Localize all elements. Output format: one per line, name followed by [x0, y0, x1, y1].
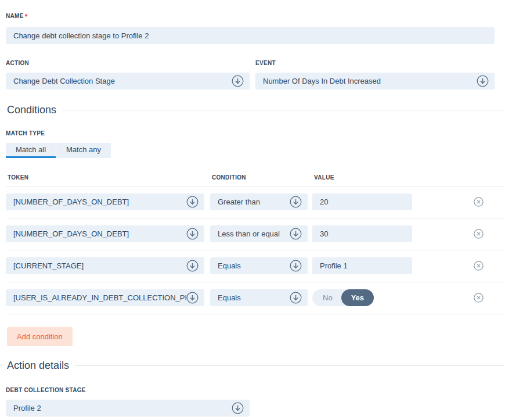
token-select-value: [CURRENT_STAGE] — [13, 261, 186, 270]
action-event-row: ACTION Change Debt Collection Stage EVEN… — [6, 60, 504, 89]
token-select[interactable]: [NUMBER_OF_DAYS_ON_DEBT] — [6, 225, 204, 242]
tab-match-all[interactable]: Match all — [6, 143, 56, 158]
toggle-yes-option[interactable]: Yes — [341, 289, 374, 306]
conditions-table-header: TOKEN CONDITION VALUE — [6, 174, 504, 186]
condition-row: [NUMBER_OF_DAYS_ON_DEBT] Less than or eq… — [6, 218, 504, 250]
chevron-down-circle-icon — [186, 228, 199, 240]
value-input-value: 30 — [320, 229, 406, 238]
condition-select[interactable]: Equals — [210, 257, 308, 274]
chevron-down-circle-icon — [290, 196, 302, 208]
chevron-down-circle-icon — [186, 260, 199, 272]
tab-match-any[interactable]: Match any — [56, 143, 111, 158]
token-select[interactable]: [NUMBER_OF_DAYS_ON_DEBT] — [6, 193, 204, 210]
condition-select-value: Equals — [218, 293, 290, 302]
remove-condition-button[interactable] — [474, 293, 484, 303]
condition-select-value: Greater than — [218, 198, 290, 206]
token-select-value: [NUMBER_OF_DAYS_ON_DEBT] — [13, 229, 186, 238]
debt-collection-stage-label: DEBT COLLECTION STAGE — [6, 387, 504, 393]
token-column-header: TOKEN — [6, 174, 204, 181]
name-input[interactable]: Change debt collection stage to Profile … — [6, 27, 495, 44]
token-select[interactable]: [CURRENT_STAGE] — [6, 257, 204, 274]
chevron-down-circle-icon — [477, 75, 489, 87]
value-input[interactable]: Profile 1 — [312, 257, 412, 274]
toggle-no-option[interactable]: No — [312, 293, 341, 302]
condition-column-header: CONDITION — [210, 174, 308, 181]
x-circle-icon — [474, 261, 484, 271]
action-details-section-header: Action details — [0, 359, 504, 372]
remove-condition-button[interactable] — [474, 229, 484, 239]
value-input[interactable]: 20 — [312, 193, 412, 210]
yes-no-toggle[interactable]: No Yes — [312, 289, 374, 306]
match-type-label: MATCH TYPE — [6, 130, 504, 137]
required-asterisk: * — [25, 13, 28, 21]
action-details-title: Action details — [6, 360, 70, 372]
rule-editor-form: NAME* Change debt collection stage to Pr… — [0, 0, 505, 417]
token-select-value: [NUMBER_OF_DAYS_ON_DEBT] — [13, 198, 186, 206]
condition-select[interactable]: Less than or equal — [210, 225, 308, 242]
condition-row: [USER_IS_ALREADY_IN_DEBT_COLLECTION_PROC… — [6, 282, 504, 314]
value-column-header: VALUE — [312, 174, 412, 181]
condition-select[interactable]: Greater than — [210, 193, 308, 210]
condition-select-value: Less than or equal — [218, 229, 290, 238]
remove-condition-button[interactable] — [474, 197, 484, 207]
conditions-title: Conditions — [6, 104, 57, 116]
x-circle-icon — [474, 293, 484, 303]
chevron-down-circle-icon — [290, 260, 302, 272]
name-label: NAME* — [6, 13, 504, 21]
remove-condition-button[interactable] — [474, 261, 484, 271]
chevron-down-circle-icon — [290, 228, 302, 240]
debt-collection-stage-select[interactable]: Profile 2 — [6, 400, 250, 417]
condition-select[interactable]: Equals — [210, 289, 308, 306]
action-label: ACTION — [6, 60, 250, 66]
condition-row: [CURRENT_STAGE] Equals Profile 1 — [6, 250, 504, 282]
name-input-value: Change debt collection stage to Profile … — [13, 31, 489, 40]
add-condition-button[interactable]: Add condition — [7, 327, 73, 346]
condition-select-value: Equals — [218, 261, 290, 270]
event-select[interactable]: Number Of Days In Debt Increased — [255, 73, 495, 89]
chevron-down-circle-icon — [232, 402, 244, 414]
value-input-value: Profile 1 — [320, 261, 406, 270]
action-select[interactable]: Change Debt Collection Stage — [6, 73, 250, 89]
value-input[interactable]: 30 — [312, 225, 412, 242]
name-label-text: NAME — [6, 13, 24, 19]
conditions-section-header: Conditions — [0, 103, 504, 116]
chevron-down-circle-icon — [186, 196, 199, 208]
value-input-value: 20 — [320, 198, 406, 206]
event-label: EVENT — [255, 60, 495, 66]
conditions-table: TOKEN CONDITION VALUE [NUMBER_OF_DAYS_ON… — [6, 174, 504, 314]
condition-row: [NUMBER_OF_DAYS_ON_DEBT] Greater than 20 — [6, 186, 504, 218]
x-circle-icon — [474, 197, 484, 207]
debt-collection-stage-value: Profile 2 — [13, 404, 232, 412]
chevron-down-circle-icon — [232, 75, 244, 87]
token-select-value: [USER_IS_ALREADY_IN_DEBT_COLLECTION_PROC… — [13, 293, 186, 302]
event-select-value: Number Of Days In Debt Increased — [263, 77, 477, 85]
x-circle-icon — [474, 229, 484, 239]
match-type-tabs: Match all Match any — [6, 143, 504, 158]
chevron-down-circle-icon — [290, 292, 302, 304]
chevron-down-circle-icon — [186, 292, 199, 304]
action-select-value: Change Debt Collection Stage — [13, 77, 232, 85]
token-select[interactable]: [USER_IS_ALREADY_IN_DEBT_COLLECTION_PROC… — [6, 289, 204, 306]
